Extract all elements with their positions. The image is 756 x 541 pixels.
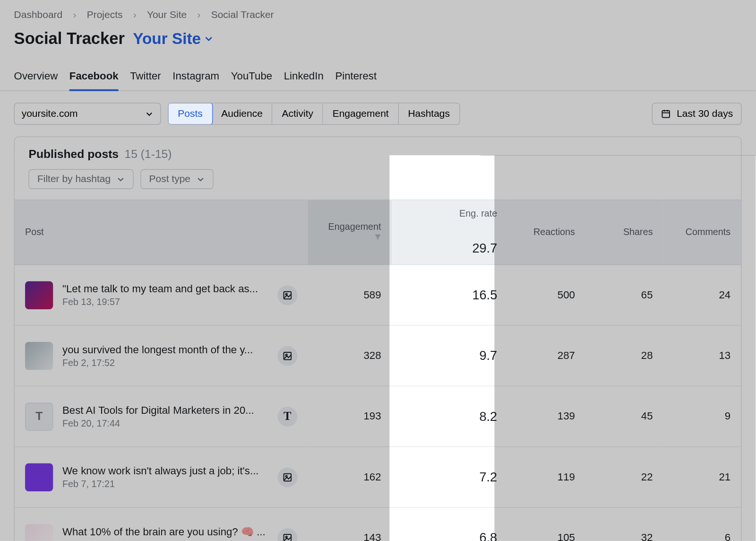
cell-eng-rate: 9.7 <box>392 325 508 386</box>
post-date: Feb 7, 17:21 <box>62 479 268 489</box>
cell-comments: 21 <box>663 447 741 507</box>
seg-engagement[interactable]: Engagement <box>323 103 399 124</box>
cell-reactions: 119 <box>507 447 585 507</box>
col-eng-rate[interactable]: Eng. rate29.7 <box>392 200 508 265</box>
cell-shares: 45 <box>585 386 663 446</box>
post-thumbnail <box>25 524 53 541</box>
cell-engagement: 162 <box>308 447 391 507</box>
date-range-label: Last 30 days <box>677 108 733 120</box>
post-date: Feb 13, 19:57 <box>62 297 268 307</box>
eng-rate-header-value: 29.7 <box>402 241 497 256</box>
post-title: you survived the longest month of the y.… <box>62 343 268 356</box>
chevron-right-icon: › <box>133 9 137 21</box>
cell-reactions: 500 <box>507 265 585 325</box>
tab-twitter[interactable]: Twitter <box>130 64 161 91</box>
page-title: Social Tracker <box>14 29 125 48</box>
image-post-icon <box>277 528 297 541</box>
table-row[interactable]: "Let me talk to my team and get back as.… <box>15 265 741 325</box>
cell-engagement: 193 <box>308 386 391 446</box>
tab-instagram[interactable]: Instagram <box>172 64 219 91</box>
tab-facebook[interactable]: Facebook <box>69 64 119 91</box>
cell-comments: 9 <box>663 386 741 446</box>
col-post[interactable]: Post <box>15 200 308 265</box>
filter-hashtag[interactable]: Filter by hashtag <box>28 169 133 189</box>
posts-table: Post Engagement Eng. rate29.7 Reactions … <box>15 200 741 541</box>
network-tabs: Overview Facebook Twitter Instagram YouT… <box>0 64 756 91</box>
image-post-icon <box>277 346 297 366</box>
sort-desc-icon <box>374 232 381 242</box>
post-title: We know work isn't always just a job; it… <box>62 465 268 477</box>
col-engagement-label: Engagement <box>328 222 381 232</box>
cell-comments: 13 <box>663 325 741 386</box>
filter-post-type-label: Post type <box>149 173 190 185</box>
cell-comments: 6 <box>663 507 741 541</box>
post-title: What 10% of the brain are you using? 🧠 .… <box>62 525 268 538</box>
cell-shares: 28 <box>585 325 663 386</box>
chevron-down-icon <box>204 34 214 44</box>
cell-eng-rate: 16.5 <box>392 265 508 325</box>
tab-pinterest[interactable]: Pinterest <box>335 64 377 91</box>
cell-eng-rate: 8.2 <box>392 386 508 446</box>
table-row[interactable]: T Best AI Tools for Digital Marketers in… <box>15 386 741 446</box>
tab-overview[interactable]: Overview <box>14 64 58 91</box>
post-thumbnail <box>25 342 53 370</box>
site-name: Your Site <box>133 29 201 47</box>
site-select[interactable]: yoursite.com <box>14 103 161 125</box>
site-select-value: yoursite.com <box>22 108 78 120</box>
tab-linkedin[interactable]: LinkedIn <box>284 64 324 91</box>
col-engagement[interactable]: Engagement <box>308 200 391 265</box>
cell-eng-rate: 6.8 <box>392 507 508 541</box>
date-range-picker[interactable]: Last 30 days <box>652 103 742 125</box>
view-segmented-control: Posts Audience Activity Engagement Hasht… <box>168 103 460 125</box>
table-row[interactable]: What 10% of the brain are you using? 🧠 .… <box>15 507 741 541</box>
col-reactions[interactable]: Reactions <box>507 200 585 265</box>
site-dropdown[interactable]: Your Site <box>133 29 214 47</box>
cell-reactions: 105 <box>507 507 585 541</box>
svg-rect-0 <box>662 111 670 117</box>
panel-count: 15 (1-15) <box>124 148 172 161</box>
table-row[interactable]: you survived the longest month of the y.… <box>15 325 741 386</box>
image-post-icon <box>277 467 297 487</box>
cell-reactions: 287 <box>507 325 585 386</box>
col-comments[interactable]: Comments <box>663 200 741 265</box>
chevron-right-icon: › <box>197 9 200 21</box>
cell-shares: 65 <box>585 265 663 325</box>
col-shares[interactable]: Shares <box>585 200 663 265</box>
breadcrumb: Dashboard › Projects › Your Site › Socia… <box>0 0 756 27</box>
table-row[interactable]: We know work isn't always just a job; it… <box>15 447 741 507</box>
post-date: Feb 20, 17:44 <box>62 418 268 428</box>
post-title: Best AI Tools for Digital Marketers in 2… <box>62 404 268 417</box>
tab-youtube[interactable]: YouTube <box>231 64 272 91</box>
cell-engagement: 328 <box>308 325 391 386</box>
cell-engagement: 589 <box>308 265 391 325</box>
filter-post-type[interactable]: Post type <box>140 169 213 189</box>
cell-comments: 24 <box>663 265 741 325</box>
breadcrumb-current: Social Tracker <box>211 9 274 21</box>
post-date: Feb 2, 17:52 <box>62 358 268 368</box>
post-thumbnail <box>25 281 53 309</box>
toolbar: yoursite.com Posts Audience Activity Eng… <box>0 91 756 137</box>
cell-shares: 32 <box>585 507 663 541</box>
chevron-down-icon <box>145 110 153 118</box>
breadcrumb-projects[interactable]: Projects <box>87 9 123 21</box>
seg-activity[interactable]: Activity <box>273 103 323 124</box>
cell-engagement: 143 <box>308 507 391 541</box>
calendar-icon <box>661 109 671 119</box>
image-post-icon <box>277 285 297 305</box>
filter-hashtag-label: Filter by hashtag <box>37 173 111 185</box>
breadcrumb-your-site[interactable]: Your Site <box>147 9 187 21</box>
post-thumbnail <box>25 463 53 491</box>
breadcrumb-dashboard[interactable]: Dashboard <box>14 9 63 21</box>
seg-hashtags[interactable]: Hashtags <box>399 103 459 124</box>
post-title: "Let me talk to my team and get back as.… <box>62 283 268 295</box>
cell-eng-rate: 7.2 <box>392 447 508 507</box>
seg-audience[interactable]: Audience <box>212 103 273 124</box>
panel-title: Published posts <box>28 148 119 161</box>
cell-shares: 22 <box>585 447 663 507</box>
text-post-icon: T <box>277 406 297 426</box>
chevron-right-icon: › <box>73 9 76 21</box>
seg-posts[interactable]: Posts <box>168 103 212 125</box>
cell-reactions: 139 <box>507 386 585 446</box>
published-posts-panel: Published posts 15 (1-15) Filter by hash… <box>14 137 742 541</box>
post-thumbnail: T <box>25 402 53 430</box>
